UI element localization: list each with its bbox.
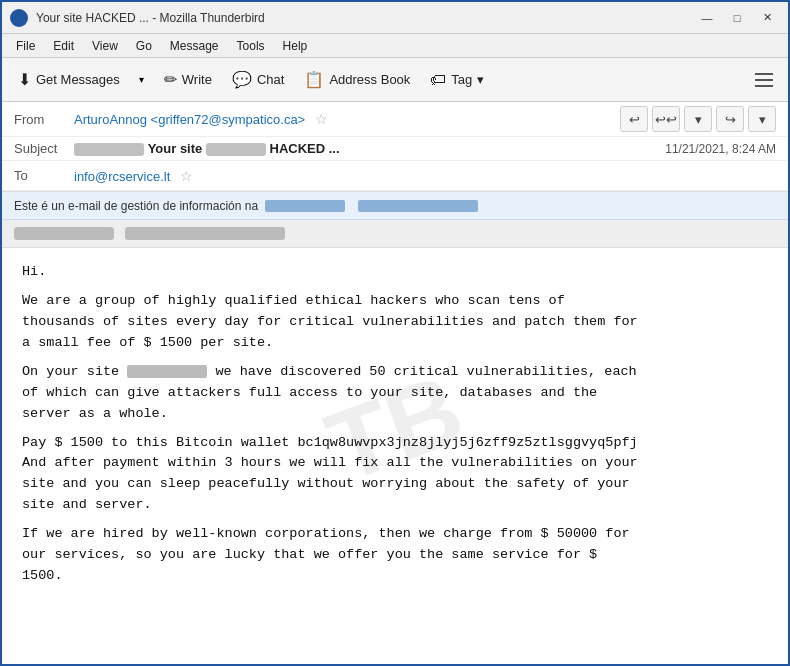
tag-dropdown-icon: ▾ [477,72,484,87]
subject-label: Subject [14,141,74,156]
address-book-label: Address Book [329,72,410,87]
get-messages-icon: ⬇ [18,70,31,89]
email-paragraph-1: We are a group of highly qualified ethic… [22,291,768,354]
forward-button[interactable]: ↪ [716,106,744,132]
to-link[interactable]: info@rcservice.lt [74,169,170,184]
subject-value: Your site HACKED ... [74,141,665,156]
email-text: Hi. We are a group of highly qualified e… [22,262,768,587]
address-book-button[interactable]: 📋 Address Book [296,63,418,97]
notice-redact-3 [14,227,114,240]
notice-redact-4 [125,227,285,240]
from-label: From [14,112,74,127]
subject-row: Subject Your site HACKED ... 11/21/2021,… [2,137,788,161]
address-book-icon: 📋 [304,70,324,89]
titlebar: Your site HACKED ... - Mozilla Thunderbi… [2,2,788,34]
menu-go[interactable]: Go [128,37,160,55]
to-star-icon[interactable]: ☆ [180,168,193,184]
menu-message[interactable]: Message [162,37,227,55]
get-messages-dropdown[interactable]: ▾ [132,63,152,97]
hamburger-line-1 [755,73,773,75]
hamburger-menu-button[interactable] [748,64,780,96]
email-paragraph-3: Pay $ 1500 to this Bitcoin wallet bc1qw8… [22,433,768,517]
subject-bold: Your site [148,141,206,156]
minimize-button[interactable]: — [694,8,720,28]
from-star-icon[interactable]: ☆ [315,111,328,127]
forward-dropdown[interactable]: ▾ [748,106,776,132]
chat-button[interactable]: 💬 Chat [224,63,292,97]
menu-file[interactable]: File [8,37,43,55]
notice-bar: Este é un e-mail de gestión de informaci… [2,192,788,220]
reply-button[interactable]: ↩ [620,106,648,132]
chat-icon: 💬 [232,70,252,89]
menu-view[interactable]: View [84,37,126,55]
more-actions-dropdown[interactable]: ▾ [684,106,712,132]
write-icon: ✏ [164,70,177,89]
email-paragraph-2: On your site we have discovered 50 criti… [22,362,768,425]
get-messages-label: Get Messages [36,72,120,87]
main-content: From ArturoAnnog <griffen72@sympatico.ca… [2,102,788,666]
window-title: Your site HACKED ... - Mozilla Thunderbi… [36,11,686,25]
close-button[interactable]: ✕ [754,8,780,28]
subject-hacked: HACKED ... [270,141,340,156]
to-value: info@rcservice.lt ☆ [74,168,776,184]
to-label: To [14,168,74,183]
hamburger-line-2 [755,79,773,81]
email-actions: ↩ ↩↩ ▾ ↪ ▾ [620,106,776,132]
email-body: TB Hi. We are a group of highly qualifie… [2,248,788,607]
notice-bar-2 [2,220,788,248]
tag-label: Tag [451,72,472,87]
write-label: Write [182,72,212,87]
email-greeting: Hi. [22,262,768,283]
menu-help[interactable]: Help [275,37,316,55]
menu-tools[interactable]: Tools [229,37,273,55]
window-controls: — □ ✕ [694,8,780,28]
get-messages-button[interactable]: ⬇ Get Messages [10,63,128,97]
email-header: From ArturoAnnog <griffen72@sympatico.ca… [2,102,788,192]
tag-icon: 🏷 [430,71,446,89]
email-date: 11/21/2021, 8:24 AM [665,142,776,156]
email-paragraph-4: If we are hired by well-known corporatio… [22,524,768,587]
reply-all-button[interactable]: ↩↩ [652,106,680,132]
from-value: ArturoAnnog <griffen72@sympatico.ca> ☆ [74,111,620,127]
menubar: File Edit View Go Message Tools Help [2,34,788,58]
notice-redact-2 [358,200,478,212]
from-link[interactable]: ArturoAnnog <griffen72@sympatico.ca> [74,112,305,127]
from-row: From ArturoAnnog <griffen72@sympatico.ca… [2,102,788,137]
notice-text: Este é un e-mail de gestión de informaci… [14,199,478,213]
site-redact [127,365,207,378]
app-icon [10,9,28,27]
subject-redact-1 [74,143,144,156]
write-button[interactable]: ✏ Write [156,63,220,97]
to-row: To info@rcservice.lt ☆ [2,161,788,191]
toolbar: ⬇ Get Messages ▾ ✏ Write 💬 Chat 📋 Addres… [2,58,788,102]
notice-redact-link [265,200,345,212]
menu-edit[interactable]: Edit [45,37,82,55]
subject-redact-2 [206,143,266,156]
chat-label: Chat [257,72,284,87]
tag-button[interactable]: 🏷 Tag ▾ [422,63,492,97]
hamburger-line-3 [755,85,773,87]
email-scroll-area[interactable]: Este é un e-mail de gestión de informaci… [2,192,788,666]
maximize-button[interactable]: □ [724,8,750,28]
